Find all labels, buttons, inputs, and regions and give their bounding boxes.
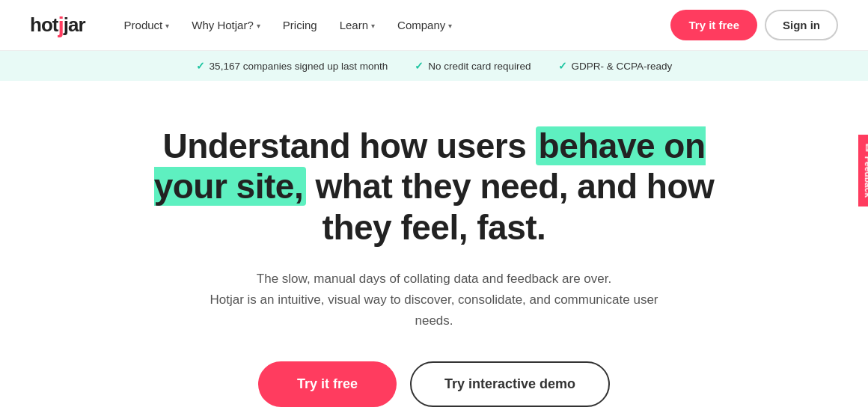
hero-subtext: The slow, manual days of collating data … (202, 269, 666, 331)
product-chevron-icon: ▾ (165, 22, 169, 30)
banner-text-1: 35,167 companies signed up last month (210, 61, 388, 72)
banner-text-3: GDPR- & CCPA-ready (572, 61, 673, 72)
hero-headline-pre: Understand how users (162, 126, 535, 165)
hero-subtext-line2: Hotjar is an intuitive, visual way to di… (210, 293, 658, 328)
nav-pricing[interactable]: Pricing (274, 13, 326, 37)
logo-text-hot: hot (30, 13, 58, 37)
check-icon-2: ✓ (415, 60, 424, 72)
banner-item-1: ✓ 35,167 companies signed up last month (196, 60, 388, 72)
logo-dot: j (58, 14, 63, 37)
feedback-icon: ✉ (863, 144, 869, 152)
nav-try-free-button[interactable]: Try it free (670, 10, 757, 40)
nav-learn[interactable]: Learn ▾ (331, 13, 384, 37)
check-icon-1: ✓ (196, 60, 205, 72)
nav-sign-in-button[interactable]: Sign in (765, 10, 838, 40)
company-chevron-icon: ▾ (448, 22, 452, 30)
learn-chevron-icon: ▾ (371, 22, 375, 30)
logo[interactable]: hotjjar (30, 13, 85, 37)
why-hotjar-chevron-icon: ▾ (257, 22, 260, 30)
nav-links: Product ▾ Why Hotjar? ▾ Pricing Learn ▾ … (115, 13, 671, 37)
hero-section: Understand how users behave on your site… (112, 81, 756, 413)
banner-item-3: ✓ GDPR- & CCPA-ready (558, 60, 673, 72)
banner-text-2: No credit card required (428, 61, 531, 72)
trust-banner: ✓ 35,167 companies signed up last month … (0, 51, 868, 81)
nav-why-hotjar[interactable]: Why Hotjar? ▾ (183, 13, 269, 37)
hero-try-free-button[interactable]: Try it free (258, 361, 397, 407)
navbar: hotjjar Product ▾ Why Hotjar? ▾ Pricing … (0, 0, 868, 51)
feedback-tab[interactable]: ✉ Feedback (858, 135, 869, 206)
banner-item-2: ✓ No credit card required (415, 60, 531, 72)
hero-subtext-line1: The slow, manual days of collating data … (257, 272, 611, 286)
feedback-label: Feedback (863, 156, 868, 198)
hero-headline-post: what they need, and how they feel, fast. (306, 167, 714, 246)
hero-headline: Understand how users behave on your site… (142, 126, 726, 248)
logo-text-ar: jar (64, 13, 85, 37)
nav-product[interactable]: Product ▾ (115, 13, 179, 37)
hero-demo-button[interactable]: Try interactive demo (410, 361, 610, 407)
nav-actions: Try it free Sign in (670, 10, 838, 40)
hero-cta-row: Try it free Try interactive demo (258, 361, 610, 407)
nav-company[interactable]: Company ▾ (388, 13, 461, 37)
check-icon-3: ✓ (558, 60, 567, 72)
